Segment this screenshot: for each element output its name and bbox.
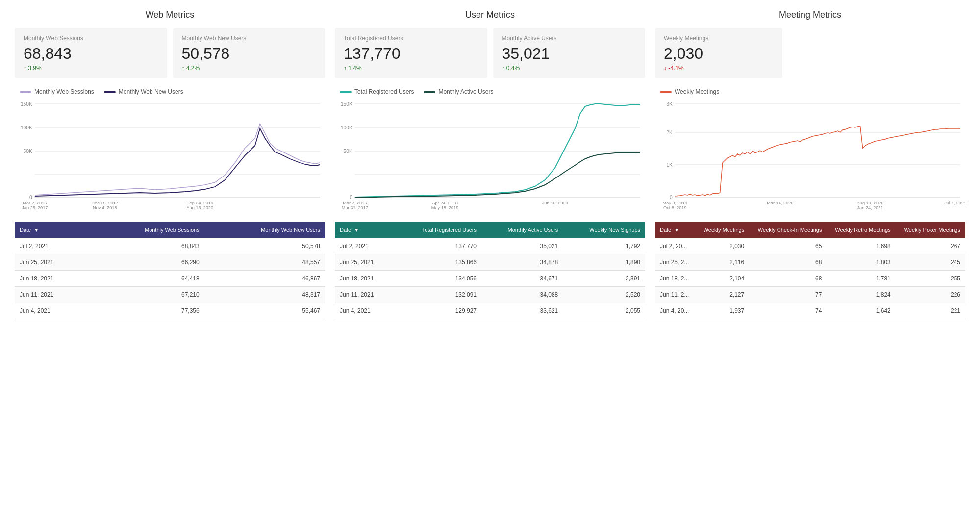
- web-col-date[interactable]: Date ▼: [15, 222, 91, 238]
- meeting-weekly-value: 2,030: [664, 45, 774, 63]
- user-date-2: Jun 25, 2021: [335, 254, 394, 271]
- svg-text:100K: 100K: [341, 125, 352, 130]
- meeting-date-1: Jul 2, 20...: [655, 238, 696, 254]
- svg-text:50K: 50K: [344, 149, 352, 154]
- table-row: Jun 11, 2... 2,127 77 1,824 226: [655, 287, 965, 303]
- svg-text:Nov 4, 2018: Nov 4, 2018: [93, 205, 117, 210]
- web-date-1: Jul 2, 2021: [15, 238, 91, 254]
- tables-row: Date ▼ Monthly Web Sessions Monthly Web …: [15, 222, 965, 319]
- meeting-poker-5: 221: [896, 303, 965, 319]
- svg-text:May 3, 2019: May 3, 2019: [663, 201, 687, 205]
- web-sessions-change: ↑ 3.9%: [24, 65, 158, 72]
- user-active-3: 34,671: [481, 271, 563, 287]
- meeting-col-date[interactable]: Date ▼: [655, 222, 696, 238]
- user-signups-1: 1,792: [563, 238, 645, 254]
- user-total-label: Total Registered Users: [344, 35, 478, 42]
- user-kpi-active: Monthly Active Users 35,021 ↑ 0.4%: [493, 28, 646, 78]
- meeting-table-section: Date ▼ Weekly Meetings Weekly Check-In M…: [655, 222, 965, 319]
- user-legend-active: Monthly Active Users: [424, 88, 493, 95]
- svg-text:100K: 100K: [21, 125, 32, 130]
- meeting-weekly-change: ↓ -4.1%: [664, 65, 774, 72]
- svg-text:Sep 24, 2019: Sep 24, 2019: [186, 201, 213, 205]
- table-row: Jun 4, 20... 1,937 74 1,642 221: [655, 303, 965, 319]
- meeting-metrics-title: Meeting Metrics: [655, 10, 965, 20]
- user-col-date[interactable]: Date ▼: [335, 222, 394, 238]
- meeting-retro-5: 1,642: [827, 303, 895, 319]
- user-chart-container: 150K 100K 50K 0 Mar 7, 2016 Mar 31, 2017…: [335, 99, 645, 212]
- web-kpi-sessions: Monthly Web Sessions 68,843 ↑ 3.9%: [15, 28, 167, 78]
- meeting-col-poker[interactable]: Weekly Poker Meetings: [896, 222, 965, 238]
- meeting-date-2: Jun 25, 2...: [655, 254, 696, 271]
- meeting-legend-weekly-line: [660, 91, 672, 93]
- web-sessions-5: 77,356: [91, 303, 204, 319]
- svg-text:50K: 50K: [24, 149, 32, 154]
- web-legend-new-users: Monthly Web New Users: [104, 88, 183, 95]
- web-new-users-2: 48,557: [204, 254, 325, 271]
- web-kpi-row: Monthly Web Sessions 68,843 ↑ 3.9% Month…: [15, 28, 325, 78]
- web-sessions-value: 68,843: [24, 45, 158, 63]
- web-legend-sessions-line: [20, 91, 31, 93]
- meeting-table-body: Jul 2, 20... 2,030 65 1,698 267 Jun 25, …: [655, 238, 965, 319]
- web-sessions-3: 64,418: [91, 271, 204, 287]
- meeting-table: Date ▼ Weekly Meetings Weekly Check-In M…: [655, 222, 965, 319]
- web-legend-new-users-line: [104, 91, 116, 93]
- web-col-sessions[interactable]: Monthly Web Sessions: [91, 222, 204, 238]
- svg-text:0: 0: [670, 195, 673, 200]
- svg-text:Jun 10, 2020: Jun 10, 2020: [542, 201, 568, 205]
- table-row: Jul 2, 20... 2,030 65 1,698 267: [655, 238, 965, 254]
- web-date-2: Jun 25, 2021: [15, 254, 91, 271]
- user-active-5: 33,621: [481, 303, 563, 319]
- user-active-label: Monthly Active Users: [502, 35, 637, 42]
- user-date-1: Jul 2, 2021: [335, 238, 394, 254]
- web-legend-sessions: Monthly Web Sessions: [20, 88, 94, 95]
- user-legend-active-label: Monthly Active Users: [438, 88, 493, 95]
- web-date-5: Jun 4, 2021: [15, 303, 91, 319]
- meeting-weekly-4: 2,127: [696, 287, 749, 303]
- user-signups-5: 2,055: [563, 303, 645, 319]
- web-table-section: Date ▼ Monthly Web Sessions Monthly Web …: [15, 222, 325, 319]
- web-legend-sessions-label: Monthly Web Sessions: [34, 88, 94, 95]
- meeting-poker-3: 255: [896, 271, 965, 287]
- meeting-chart-container: 3K 2K 1K 0 May 3, 2019 Oct 8, 2019 Mar 1…: [655, 99, 965, 212]
- web-chart-legend: Monthly Web Sessions Monthly Web New Use…: [15, 88, 325, 95]
- meeting-poker-1: 267: [896, 238, 965, 254]
- meeting-weekly-2: 2,116: [696, 254, 749, 271]
- user-legend-total-line: [340, 91, 352, 93]
- user-active-value: 35,021: [502, 45, 637, 63]
- meeting-col-weekly[interactable]: Weekly Meetings: [696, 222, 749, 238]
- user-total-1: 137,770: [394, 238, 481, 254]
- user-total-value: 137,770: [344, 45, 478, 63]
- user-total-change: ↑ 1.4%: [344, 65, 478, 72]
- svg-text:Aug 19, 2020: Aug 19, 2020: [857, 201, 884, 205]
- user-total-2: 135,866: [394, 254, 481, 271]
- user-col-active[interactable]: Monthly Active Users: [481, 222, 563, 238]
- svg-text:May 18, 2019: May 18, 2019: [431, 205, 459, 210]
- user-chart-legend: Total Registered Users Monthly Active Us…: [335, 88, 645, 95]
- web-table-body: Jul 2, 2021 68,843 50,578 Jun 25, 2021 6…: [15, 238, 325, 319]
- meeting-col-retro[interactable]: Weekly Retro Meetings: [827, 222, 895, 238]
- web-metrics-title: Web Metrics: [15, 10, 325, 20]
- meeting-date-5: Jun 4, 20...: [655, 303, 696, 319]
- svg-text:Jan 25, 2017: Jan 25, 2017: [22, 205, 48, 210]
- web-new-users-label: Monthly Web New Users: [182, 35, 317, 42]
- web-chart-container: 150K 100K 50K 0 Mar 7, 2016 Jan 25, 2017…: [15, 99, 325, 212]
- svg-text:150K: 150K: [341, 101, 352, 107]
- date-sort-icon: ▼: [34, 227, 39, 233]
- user-col-signups[interactable]: Weekly New Signups: [563, 222, 645, 238]
- meeting-checkin-2: 68: [749, 254, 827, 271]
- user-kpi-row: Total Registered Users 137,770 ↑ 1.4% Mo…: [335, 28, 645, 78]
- meeting-weekly-5: 1,937: [696, 303, 749, 319]
- meeting-col-checkin[interactable]: Weekly Check-In Meetings: [749, 222, 827, 238]
- table-row: Jun 25, 2021 135,866 34,878 1,890: [335, 254, 645, 271]
- web-sessions-1: 68,843: [91, 238, 204, 254]
- user-date-3: Jun 18, 2021: [335, 271, 394, 287]
- web-date-3: Jun 18, 2021: [15, 271, 91, 287]
- svg-text:Mar 7, 2016: Mar 7, 2016: [343, 201, 367, 205]
- meeting-chart-legend: Weekly Meetings: [655, 88, 965, 95]
- meeting-retro-3: 1,781: [827, 271, 895, 287]
- svg-text:Apr 24, 2018: Apr 24, 2018: [432, 201, 458, 205]
- user-date-4: Jun 11, 2021: [335, 287, 394, 303]
- web-col-new-users[interactable]: Monthly Web New Users: [204, 222, 325, 238]
- user-date-sort-icon: ▼: [354, 227, 359, 233]
- user-col-total[interactable]: Total Registered Users: [394, 222, 481, 238]
